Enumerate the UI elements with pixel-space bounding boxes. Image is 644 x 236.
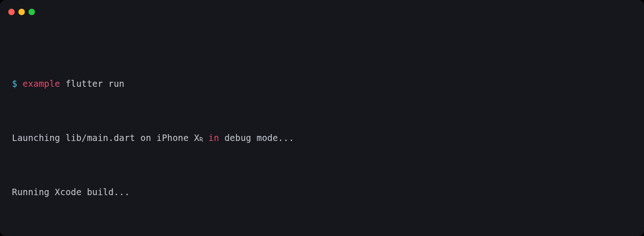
launch-line: Launching lib/main.dart on iPhone Xʀ in … [12,131,632,145]
close-icon[interactable] [8,9,15,15]
window-titlebar [0,0,644,17]
maximize-icon[interactable] [29,9,35,15]
text: debug mode... [219,133,294,143]
text: in [208,133,219,143]
text: Running Xcode build... [12,187,130,197]
prompt-line: $ example flutter run [12,77,632,90]
text: Launching lib/main.dart on iPhone X [12,133,199,143]
xcode-running-line: Running Xcode build... [12,185,632,199]
prompt-cmd: flutter run [60,79,125,89]
prompt-dir: example [23,79,60,89]
minimize-icon[interactable] [18,9,25,15]
terminal-output[interactable]: $ example flutter run Launching lib/main… [0,17,644,236]
text [203,133,208,143]
prompt-symbol: $ [12,79,23,89]
terminal-window: $ example flutter run Launching lib/main… [0,0,644,236]
